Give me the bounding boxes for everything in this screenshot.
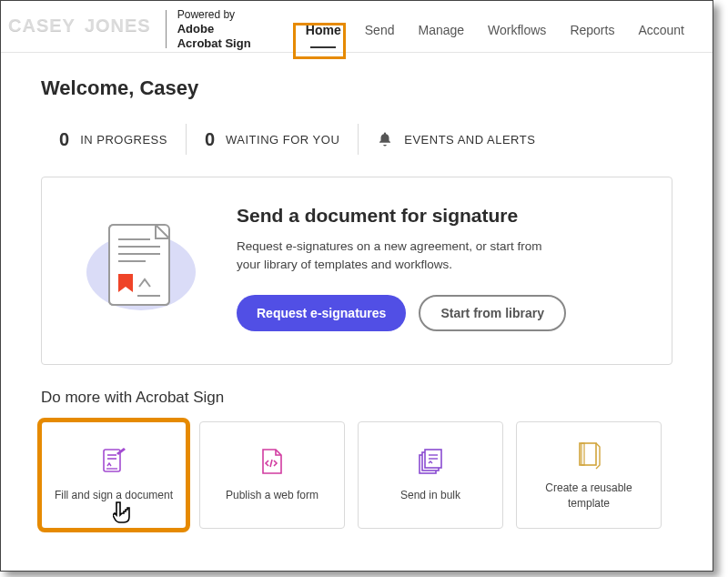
tile-label: Send in bulk [400, 488, 460, 502]
status-summary: 0 IN PROGRESS 0 WAITING FOR YOU EVENTS A… [41, 124, 672, 155]
welcome-heading: Welcome, Casey [41, 76, 672, 100]
count: 0 [59, 129, 69, 150]
tile-publish-webform[interactable]: Publish a web form [199, 421, 345, 529]
label: EVENTS AND ALERTS [404, 133, 535, 147]
annotation-highlight-home [293, 23, 346, 59]
request-esignatures-button[interactable]: Request e-signatures [237, 295, 406, 331]
pointer-cursor-icon [113, 501, 136, 528]
card-body: Request e-signatures on a new agreement,… [237, 238, 546, 275]
tile-send-bulk[interactable]: Send in bulk [358, 421, 503, 529]
count: 0 [205, 129, 215, 150]
card-title: Send a document for signature [237, 205, 566, 227]
label: IN PROGRESS [80, 133, 167, 147]
tile-fill-and-sign[interactable]: Fill and sign a document [41, 421, 187, 529]
nav-account[interactable]: Account [626, 17, 696, 46]
nav-reports[interactable]: Reports [558, 17, 626, 46]
bulk-icon [415, 446, 446, 477]
svg-rect-17 [580, 443, 596, 465]
nav-send[interactable]: Send [353, 17, 407, 46]
main-nav: Home Send Manage Workflows Reports Accou… [294, 17, 696, 46]
svg-rect-18 [581, 443, 584, 465]
fill-sign-icon [98, 446, 129, 477]
domore-heading: Do more with Acrobat Sign [41, 389, 672, 407]
tile-label: Create a reusable template [524, 481, 653, 510]
label: WAITING FOR YOU [226, 133, 339, 147]
account-logo: CASEY JONES [8, 14, 151, 35]
document-illustration [64, 208, 209, 327]
domore-tiles: Fill and sign a document Publish a web f… [41, 421, 672, 529]
tile-create-template[interactable]: Create a reusable template [516, 421, 662, 529]
webform-icon [257, 446, 288, 477]
tile-label: Publish a web form [226, 488, 318, 502]
template-icon [573, 439, 604, 470]
bell-icon [377, 131, 393, 147]
stat-waiting[interactable]: 0 WAITING FOR YOU [187, 129, 358, 150]
nav-manage[interactable]: Manage [406, 17, 476, 46]
send-card: Send a document for signature Request e-… [41, 177, 672, 365]
nav-workflows[interactable]: Workflows [476, 17, 558, 46]
svg-line-11 [270, 460, 272, 467]
start-from-library-button[interactable]: Start from library [419, 295, 566, 331]
stat-in-progress[interactable]: 0 IN PROGRESS [41, 129, 186, 150]
divider [166, 10, 167, 48]
stat-events[interactable]: EVENTS AND ALERTS [359, 131, 553, 147]
topbar: CASEY JONES Powered by Adobe Acrobat Sig… [1, 1, 713, 53]
adobe-brand: Powered by Adobe Acrobat Sign [177, 8, 251, 52]
